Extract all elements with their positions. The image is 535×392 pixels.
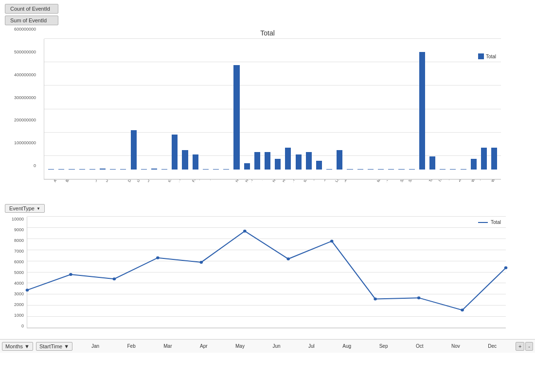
line-chart-section: 0100020003000400050006000700080009000100… bbox=[0, 217, 535, 353]
xaxis-month-label: Jul bbox=[308, 343, 315, 349]
bar-item bbox=[345, 39, 355, 170]
bottom-xaxis: JanFebMarAprMayJunJulAugSepOctNovDec bbox=[72, 343, 516, 349]
xaxis-month-label: Apr bbox=[200, 343, 208, 349]
bar-xlabel: Rip Current bbox=[387, 180, 397, 183]
bar-xlabel-item: Thunderstorm... bbox=[418, 180, 428, 211]
bar-yaxis-label: 200000000 bbox=[14, 118, 36, 122]
bar-yaxis-label: 100000000 bbox=[14, 141, 36, 145]
months-dropdown-arrow: ▼ bbox=[24, 343, 30, 349]
line-yaxis-label: 0 bbox=[21, 324, 24, 328]
bar-xlabel-item: Blizzard bbox=[65, 180, 75, 211]
bar-xlabel-item: Dust Storm bbox=[148, 180, 158, 211]
xaxis-month-label: Nov bbox=[451, 343, 460, 349]
bar-xlabel-item: Extreme... bbox=[168, 180, 178, 211]
bar-rect bbox=[233, 65, 239, 170]
bars-area bbox=[44, 39, 501, 170]
bar-xlabel: Cold/Wind Chill bbox=[85, 180, 95, 183]
line-yaxis-label: 7000 bbox=[14, 249, 24, 254]
bar-xlabel: Lake-Effect... bbox=[314, 180, 324, 183]
xaxis-month-label: May bbox=[235, 343, 245, 349]
months-dropdown[interactable]: Months ▼ bbox=[2, 342, 33, 351]
bar-rect bbox=[409, 169, 415, 170]
line-yaxis-label: 8000 bbox=[14, 238, 24, 243]
bar-xlabel: Astronomical... bbox=[44, 180, 54, 183]
line-chart-dot bbox=[113, 277, 116, 280]
bar-item bbox=[180, 39, 190, 170]
line-chart-legend: Total bbox=[478, 220, 501, 225]
bar-rect bbox=[471, 159, 477, 170]
sum-eventid-button[interactable]: Sum of EventId bbox=[5, 16, 58, 25]
starttime-dropdown[interactable]: StartTime ▼ bbox=[36, 342, 72, 351]
bar-xlabel-item: Debris Flow bbox=[96, 180, 106, 211]
bar-item bbox=[160, 39, 169, 170]
bar-rect bbox=[172, 135, 178, 170]
bar-item bbox=[417, 39, 427, 170]
bar-xlabel: Tropical... bbox=[439, 180, 449, 183]
eventtype-label: EventType bbox=[9, 205, 35, 211]
line-chart-dot bbox=[156, 256, 160, 259]
bar-rect bbox=[110, 169, 116, 170]
bar-rect bbox=[244, 163, 250, 170]
bar-xlabel: Avalanche bbox=[54, 180, 64, 183]
bar-rect bbox=[79, 169, 85, 170]
xaxis-month-label: Jun bbox=[272, 343, 280, 349]
bar-item bbox=[56, 39, 66, 170]
bar-rect bbox=[306, 152, 312, 170]
count-eventid-button[interactable]: Count of EventId bbox=[5, 4, 58, 14]
bar-legend-label: Total bbox=[486, 54, 496, 59]
bar-xlabel-item: Marine... bbox=[376, 180, 387, 211]
bar-rect bbox=[193, 154, 198, 170]
bar-rect bbox=[223, 169, 229, 170]
bar-rect bbox=[491, 148, 497, 170]
bar-xlabel-item: High Wind bbox=[283, 180, 293, 211]
line-chart-dot bbox=[504, 266, 508, 269]
bar-rect bbox=[316, 161, 322, 170]
bar-rect bbox=[285, 148, 291, 170]
bar-item bbox=[294, 39, 303, 170]
bar-xaxis-labels: Astronomical...AvalancheBlizzardCoastal … bbox=[44, 180, 501, 211]
bar-xlabel-item: Dense Fog bbox=[106, 180, 116, 211]
bar-xlabel: Volcanic Ash bbox=[449, 180, 459, 183]
bar-item bbox=[428, 39, 437, 170]
bar-item bbox=[273, 39, 283, 170]
bar-item bbox=[77, 39, 87, 170]
xaxis-month-label: Mar bbox=[163, 343, 172, 349]
bar-item bbox=[252, 39, 262, 170]
line-yaxis-label: 10000 bbox=[12, 217, 24, 222]
bar-xlabel-item: Funnel Cloud bbox=[220, 180, 231, 211]
line-chart-dot bbox=[69, 273, 72, 276]
bar-xlabel-item: Frost/Freeze bbox=[210, 180, 220, 211]
starttime-label: StartTime bbox=[39, 343, 62, 349]
scroll-prev-button[interactable]: + bbox=[516, 342, 524, 351]
bar-item bbox=[448, 39, 458, 170]
bar-xlabel: Tornado bbox=[428, 180, 438, 183]
bar-xlabel-item: Rip Current bbox=[387, 180, 397, 211]
bar-item bbox=[67, 39, 76, 170]
bar-xlabel: Marine Hail bbox=[345, 180, 355, 183]
bar-xlabel-item: Freezing Fog bbox=[199, 180, 210, 211]
bar-xlabel: Coastal Flood bbox=[75, 180, 85, 183]
bar-rect bbox=[368, 169, 374, 170]
bar-item bbox=[242, 39, 252, 170]
bar-xlabel: Winter Storm bbox=[480, 180, 490, 183]
xaxis-month-label: Feb bbox=[127, 343, 136, 349]
bar-rect bbox=[388, 169, 394, 170]
bar-rect bbox=[357, 169, 363, 170]
line-legend-label: Total bbox=[491, 220, 501, 225]
bar-xlabel-item: Storm... bbox=[408, 180, 418, 211]
bar-xlabel-item: Dense Smoke bbox=[117, 180, 127, 211]
bar-xlabel: Debris Flow bbox=[96, 180, 106, 183]
bar-xlabel: Dense Smoke bbox=[117, 180, 127, 183]
bar-rect bbox=[120, 169, 126, 170]
bar-item bbox=[356, 39, 365, 170]
bar-item bbox=[129, 39, 139, 170]
bar-xlabel-item: High Surf bbox=[272, 180, 283, 211]
bar-xlabel: Excessive Heat bbox=[158, 180, 168, 183]
bar-xlabel: Sleet bbox=[399, 180, 407, 183]
bar-rect bbox=[378, 169, 384, 170]
bar-rect bbox=[48, 169, 54, 170]
eventtype-dropdown[interactable]: EventType ▼ bbox=[5, 204, 45, 213]
bar-xlabel-item: Marine Strong... bbox=[366, 180, 376, 211]
bar-xlabel-item: Winter... bbox=[490, 180, 500, 211]
scroll-next-button[interactable]: - bbox=[525, 342, 533, 351]
